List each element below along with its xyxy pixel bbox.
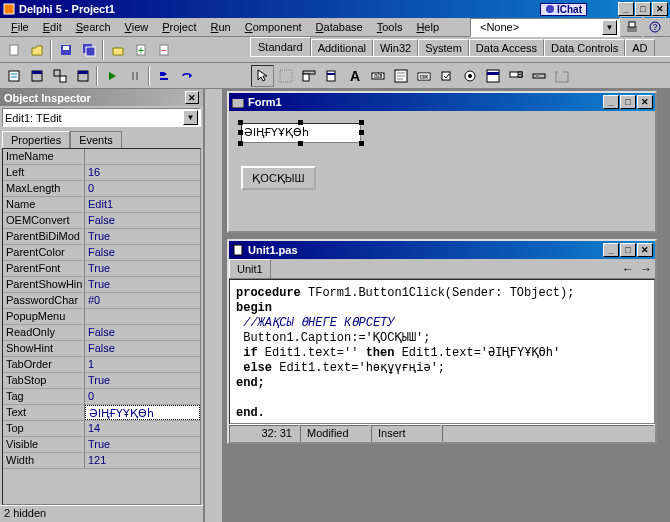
pause-icon[interactable] — [123, 65, 146, 87]
tab-properties[interactable]: Properties — [2, 131, 70, 148]
frames-icon[interactable] — [274, 65, 297, 87]
form1-min-button[interactable]: _ — [603, 95, 619, 109]
new-icon[interactable] — [2, 39, 25, 61]
prop-value[interactable]: False — [85, 213, 200, 228]
prop-value[interactable]: 0 — [85, 389, 200, 404]
prop-row[interactable]: MaxLength0 — [3, 181, 200, 197]
menu-search[interactable]: Search — [69, 19, 118, 35]
prop-value[interactable]: True — [85, 229, 200, 244]
prop-row[interactable]: TabStopTrue — [3, 373, 200, 389]
prop-value[interactable]: 16 — [85, 165, 200, 180]
property-grid[interactable]: ImeNameLeft16MaxLength0NameEdit1OEMConve… — [2, 148, 201, 505]
radiobutton-icon[interactable] — [458, 65, 481, 87]
menu-tools[interactable]: Tools — [370, 19, 410, 35]
prop-row[interactable]: Top14 — [3, 421, 200, 437]
prop-value[interactable] — [85, 149, 200, 164]
prop-row[interactable]: TabOrder1 — [3, 357, 200, 373]
edit-icon[interactable]: ab — [366, 65, 389, 87]
prop-value[interactable]: Edit1 — [85, 197, 200, 212]
palette-tab-system[interactable]: System — [418, 39, 469, 56]
form-designer-window[interactable]: Form1 _ □ ✕ ӘІҢҒҮҰҚӨһ ҚОСҚЫШ — [227, 91, 657, 233]
listbox-icon[interactable] — [481, 65, 504, 87]
prop-row[interactable]: Width121 — [3, 453, 200, 469]
prop-row[interactable]: ImeName — [3, 149, 200, 165]
library-combo[interactable]: <None>▼ — [470, 18, 620, 37]
popupmenu-icon[interactable] — [320, 65, 343, 87]
prop-value[interactable]: False — [85, 325, 200, 340]
prop-value[interactable]: True — [85, 277, 200, 292]
new-form-icon[interactable] — [71, 65, 94, 87]
prop-row[interactable]: ParentColorFalse — [3, 245, 200, 261]
prop-value[interactable]: False — [85, 341, 200, 356]
help-icon[interactable]: ? — [643, 16, 666, 38]
palette-tab-data-controls[interactable]: Data Controls — [544, 39, 625, 56]
unit1-max-button[interactable]: □ — [620, 243, 636, 257]
checkbox-icon[interactable] — [435, 65, 458, 87]
view-unit-icon[interactable] — [2, 65, 25, 87]
toggle-icon[interactable] — [48, 65, 71, 87]
label-icon[interactable]: A — [343, 65, 366, 87]
palette-tab-standard[interactable]: Standard — [250, 37, 311, 56]
prop-value[interactable]: 0 — [85, 181, 200, 196]
scrollbar-icon[interactable] — [527, 65, 550, 87]
prop-row[interactable]: ParentFontTrue — [3, 261, 200, 277]
print-icon[interactable] — [620, 16, 643, 38]
objinsp-close-button[interactable]: ✕ — [185, 91, 199, 104]
prop-value[interactable]: #0 — [85, 293, 200, 308]
prop-row[interactable]: Left16 — [3, 165, 200, 181]
menu-file[interactable]: FFileile — [4, 19, 36, 35]
unit1-close-button[interactable]: ✕ — [637, 243, 653, 257]
memo-icon[interactable] — [389, 65, 412, 87]
button1-control[interactable]: ҚОСҚЫШ — [241, 166, 316, 190]
menu-database[interactable]: Database — [309, 19, 370, 35]
prop-row[interactable]: PopupMenu — [3, 309, 200, 325]
save-icon[interactable] — [54, 39, 77, 61]
tab-unit1[interactable]: Unit1 — [229, 259, 271, 278]
prop-value[interactable]: True — [85, 437, 200, 452]
button-icon[interactable]: OK — [412, 65, 435, 87]
code-editor-window[interactable]: Unit1.pas _ □ ✕ Unit1 ← → procedure TFor… — [227, 239, 657, 444]
save-all-icon[interactable] — [77, 39, 100, 61]
remove-file-icon[interactable]: − — [152, 39, 175, 61]
palette-tab-data-access[interactable]: Data Access — [469, 39, 544, 56]
nav-fwd-icon[interactable]: → — [637, 261, 655, 277]
prop-value[interactable]: 121 — [85, 453, 200, 468]
form1-titlebar[interactable]: Form1 _ □ ✕ — [229, 93, 655, 111]
unit1-titlebar[interactable]: Unit1.pas _ □ ✕ — [229, 241, 655, 259]
minimize-button[interactable]: _ — [618, 2, 634, 16]
form1-close-button[interactable]: ✕ — [637, 95, 653, 109]
prop-row[interactable]: OEMConvertFalse — [3, 213, 200, 229]
palette-tab-additional[interactable]: Additional — [311, 39, 373, 56]
add-file-icon[interactable]: + — [129, 39, 152, 61]
prop-row[interactable]: ShowHintFalse — [3, 341, 200, 357]
open-icon[interactable] — [25, 39, 48, 61]
prop-row[interactable]: ReadOnlyFalse — [3, 325, 200, 341]
prop-row[interactable]: NameEdit1 — [3, 197, 200, 213]
prop-row[interactable]: TextӘІҢҒҮҰҚӨһ — [3, 405, 200, 421]
prop-value[interactable]: False — [85, 245, 200, 260]
palette-tab-ad[interactable]: AD — [625, 39, 654, 56]
open-project-icon[interactable] — [106, 39, 129, 61]
menu-component[interactable]: Component — [238, 19, 309, 35]
menu-project[interactable]: Project — [155, 19, 203, 35]
menu-edit[interactable]: Edit — [36, 19, 69, 35]
step-over-icon[interactable] — [175, 65, 198, 87]
run-icon[interactable] — [100, 65, 123, 87]
prop-value[interactable]: True — [85, 373, 200, 388]
prop-value[interactable]: ӘІҢҒҮҰҚӨһ — [85, 405, 200, 420]
form1-max-button[interactable]: □ — [620, 95, 636, 109]
prop-value[interactable]: 14 — [85, 421, 200, 436]
objinsp-selector[interactable]: Edit1: TEdit▼ — [2, 108, 201, 127]
maximize-button[interactable]: □ — [635, 2, 651, 16]
ichat-badge[interactable]: IChat — [540, 3, 587, 16]
prop-value[interactable]: 1 — [85, 357, 200, 372]
prop-value[interactable] — [85, 309, 200, 324]
tab-events[interactable]: Events — [70, 131, 122, 148]
prop-row[interactable]: Tag0 — [3, 389, 200, 405]
trace-into-icon[interactable] — [152, 65, 175, 87]
prop-value[interactable]: True — [85, 261, 200, 276]
code-editor[interactable]: procedure TForm1.Button1Click(Sender: TO… — [229, 279, 655, 424]
prop-row[interactable]: ParentBiDiModTrue — [3, 229, 200, 245]
combobox-icon[interactable] — [504, 65, 527, 87]
edit1-control[interactable]: ӘІҢҒҮҰҚӨһ — [241, 123, 361, 143]
